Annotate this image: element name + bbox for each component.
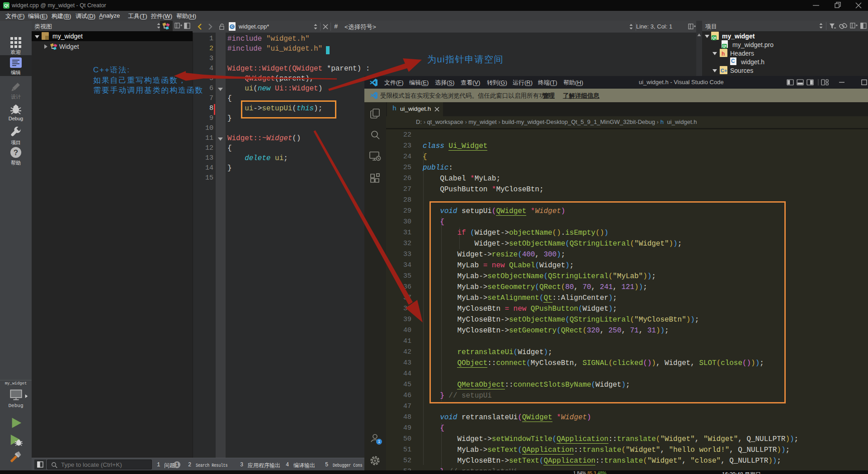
svg-text:?: ?: [14, 148, 18, 157]
